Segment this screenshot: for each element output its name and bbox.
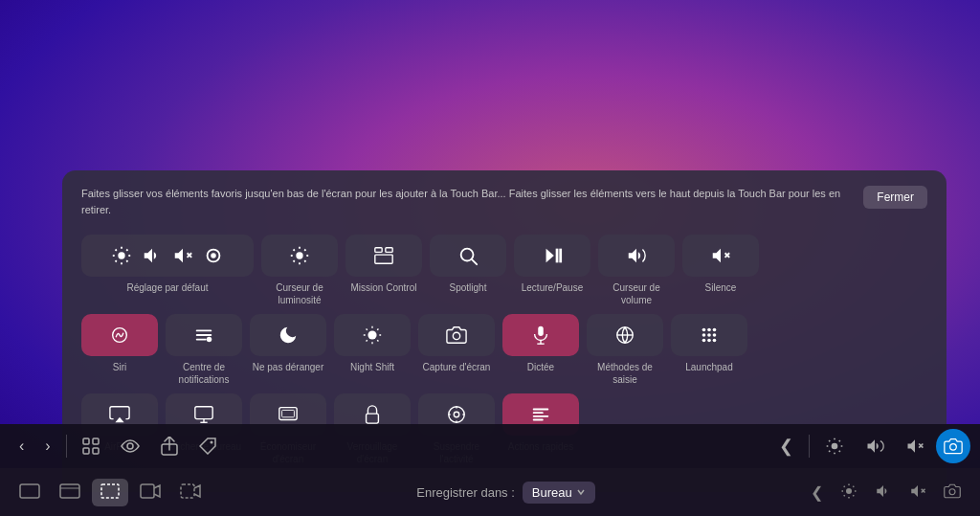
item-ne-pas-deranger[interactable]: Ne pas déranger: [250, 314, 326, 386]
bb-camera-icon: [944, 482, 961, 500]
bb-volume-button[interactable]: [867, 478, 900, 507]
mission-control-icon: [373, 245, 394, 266]
svg-rect-63: [60, 484, 79, 498]
record-dest[interactable]: Bureau: [523, 482, 595, 504]
item-methodes[interactable]: Méthodes de saisie: [587, 314, 663, 386]
item-spotlight[interactable]: Spotlight: [430, 235, 506, 306]
item-launchpad[interactable]: Launchpad: [671, 314, 747, 386]
row-1: Réglage par défaut Curseur de luminosité…: [81, 235, 927, 306]
mission-control-label: Mission Control: [345, 281, 422, 294]
item-capture[interactable]: Capture d'écran: [418, 314, 495, 386]
tb-divider-1: [66, 435, 67, 458]
item-silence[interactable]: Silence: [682, 235, 759, 306]
bb-volume-icon: [875, 482, 892, 500]
tb-volume-button[interactable]: [856, 431, 894, 461]
svg-rect-54: [93, 448, 99, 454]
tb-eye-icon: [121, 439, 140, 453]
record-dest-chevron-icon: [576, 487, 586, 497]
bb-chevron-button[interactable]: ❮: [803, 479, 831, 506]
default-icons: [111, 245, 224, 266]
tb-brightness-button[interactable]: [815, 431, 854, 461]
curseur-lum-icon-box: [261, 235, 338, 277]
centre-notif-icon-box: [166, 314, 242, 356]
bb-video-button[interactable]: [132, 479, 168, 506]
bb-selection-button[interactable]: [92, 479, 128, 506]
bb-fullscreen-icon: [19, 483, 40, 499]
tb-camera-active-button[interactable]: [936, 429, 970, 463]
tb-forward-button[interactable]: ›: [35, 432, 59, 460]
row-2: Siri Centre de notifications Ne pas d: [81, 314, 927, 386]
siri-icon: [109, 325, 130, 346]
svg-point-58: [832, 443, 838, 450]
svg-point-44: [449, 407, 465, 423]
svg-point-71: [949, 488, 955, 494]
record-section: Enregistrer dans : Bureau: [212, 482, 799, 504]
info-text: Faites glisser vos éléments favoris jusq…: [81, 186, 863, 217]
moon-icon: [278, 325, 299, 346]
tb-back-button[interactable]: ‹: [10, 432, 33, 460]
bb-fullscreen-button[interactable]: [11, 479, 48, 506]
siri-icon-box: [81, 314, 158, 356]
volume-mini-icon: [142, 245, 163, 266]
svg-point-35: [707, 339, 711, 343]
item-reglage[interactable]: Réglage par défaut: [81, 235, 254, 306]
actions-icon: [530, 404, 551, 425]
close-button[interactable]: Fermer: [863, 186, 927, 209]
tb-tag-button[interactable]: [189, 432, 226, 460]
item-lecture-pause[interactable]: Lecture/Pause: [514, 235, 590, 306]
item-centre-notif[interactable]: Centre de notifications: [166, 314, 242, 386]
tb-chevron-button[interactable]: ❮: [769, 430, 803, 462]
bb-camera-button[interactable]: [936, 478, 969, 507]
lock-screen-icon: [362, 404, 383, 425]
bb-brightness-button[interactable]: [833, 478, 865, 507]
centre-notif-label: Centre de notifications: [166, 361, 242, 386]
tb-mute-icon: [905, 437, 924, 456]
night-shift-label: Night Shift: [334, 361, 411, 373]
tb-brightness-icon: [825, 437, 844, 456]
sleep-icon: [446, 404, 467, 425]
svg-point-57: [210, 441, 212, 444]
item-siri[interactable]: Siri: [81, 314, 158, 386]
curseur-lum-label: Curseur de luminosité: [261, 281, 338, 306]
tb-eye-button[interactable]: [111, 434, 149, 459]
curseur-vol-label: Curseur de volume: [598, 281, 675, 306]
silence-label: Silence: [682, 281, 759, 294]
svg-point-33: [713, 333, 717, 337]
methodes-icon-box: [587, 314, 663, 356]
tb-share-button[interactable]: [151, 431, 188, 461]
record-label: Enregistrer dans :: [416, 485, 515, 500]
curseur-vol-icon-box: [598, 235, 675, 277]
bb-video-icon: [140, 483, 161, 499]
tb-share-icon: [161, 437, 178, 456]
tb-tag-icon: [199, 437, 216, 455]
svg-marker-37: [115, 417, 123, 423]
svg-point-4: [211, 253, 216, 258]
svg-point-46: [454, 412, 459, 417]
item-night-shift[interactable]: Night Shift: [334, 314, 411, 386]
play-pause-icon: [542, 245, 563, 266]
tb-grid-icon: [82, 437, 100, 455]
svg-rect-6: [375, 248, 382, 253]
item-curseur-lum[interactable]: Curseur de luminosité: [261, 235, 338, 306]
bb-mute-button[interactable]: [902, 478, 934, 507]
dictee-icon-box: [502, 314, 579, 356]
svg-point-36: [713, 339, 717, 343]
bb-window-button[interactable]: [52, 479, 88, 506]
mic-icon: [530, 325, 551, 346]
item-dictee[interactable]: Dictée: [502, 314, 579, 386]
svg-point-22: [453, 332, 459, 339]
tb-grid-button[interactable]: [73, 432, 109, 460]
bb-partial-video-button[interactable]: [172, 479, 209, 506]
item-curseur-vol[interactable]: Curseur de volume: [598, 235, 675, 306]
svg-marker-11: [546, 249, 554, 263]
svg-line-10: [472, 259, 477, 264]
item-mission-control[interactable]: Mission Control: [345, 235, 422, 306]
svg-rect-51: [83, 438, 89, 444]
tb-mute-button[interactable]: [896, 431, 934, 461]
brightness-mini-icon: [111, 245, 132, 266]
svg-point-32: [707, 333, 711, 337]
spotlight-icon-box: [430, 235, 506, 277]
mute-mini-icon: [172, 245, 193, 266]
tb-volume-icon: [865, 437, 884, 456]
lecture-pause-icon-box: [514, 235, 590, 277]
